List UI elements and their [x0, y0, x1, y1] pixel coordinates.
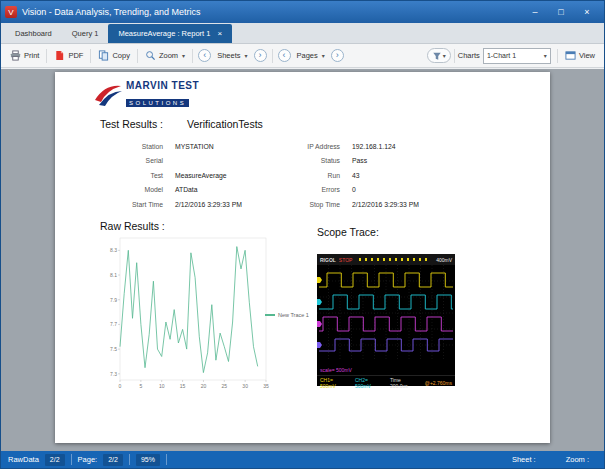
title-bar: V Vision - Data Analysis, Trending, and …	[1, 1, 604, 23]
charts-dropdown-value: 1-Chart 1	[487, 52, 516, 59]
scope-top-bar: RIGOL STOP 400mV	[317, 254, 455, 265]
svg-text:25: 25	[222, 383, 228, 389]
report-page: MARVIN TEST SOLUTIONS Test Results : Ver…	[55, 72, 550, 443]
statusbar-separator	[166, 454, 167, 465]
field-label: Run	[282, 169, 340, 183]
zoom-label: Zoom	[159, 51, 178, 60]
toolbar-separator	[557, 49, 558, 63]
scope-bottom-bar: CH1= 500mV CH2= 500mV Time 200.0us @+2.7…	[317, 375, 455, 390]
close-button[interactable]: ×	[574, 4, 600, 20]
maximize-button[interactable]: □	[548, 4, 574, 20]
scope-ch1-label: CH1= 500mV	[320, 377, 350, 389]
view-label: View	[579, 51, 595, 60]
tab-query-1-label: Query 1	[72, 29, 99, 38]
svg-text:0: 0	[119, 383, 122, 389]
field-value: MYSTATION	[175, 140, 270, 154]
chevron-down-icon: ▾	[544, 52, 547, 59]
sheets-prev-button[interactable]: ‹	[198, 49, 211, 62]
tab-bar: Dashboard Query 1 MeasureAverage : Repor…	[1, 23, 604, 44]
pages-menu-button[interactable]: Pages ▾	[293, 49, 329, 62]
scope-brand-label: RIGOL	[320, 257, 336, 263]
svg-text:8.3: 8.3	[110, 247, 117, 253]
svg-text:8.1: 8.1	[110, 272, 117, 278]
field-value: 2/12/2016 3:29:33 PM	[175, 198, 270, 212]
pages-prev-button[interactable]: ‹	[278, 49, 291, 62]
zoom-menu-button[interactable]: Zoom ▾	[141, 48, 189, 63]
field-value: 0	[352, 183, 530, 197]
field-label: IP Address	[282, 140, 340, 154]
scope-delay-label: @+2.760ms	[425, 380, 452, 386]
charts-label: Charts	[458, 51, 480, 60]
print-button[interactable]: Print	[6, 48, 43, 63]
toolbar-separator	[46, 49, 47, 63]
scope-memory-ticks	[359, 258, 429, 261]
statusbar-separator	[71, 454, 72, 465]
scope-trace-image: RIGOL STOP 400mV scale= 500mV CH1= 500mV…	[317, 254, 455, 386]
test-results-value: VerificationTests	[187, 118, 263, 130]
report-fields-table: Station MYSTATION IP Address 192.168.1.1…	[85, 140, 530, 212]
minimize-button[interactable]: –	[522, 4, 548, 20]
app-window: V Vision - Data Analysis, Trending, and …	[0, 0, 605, 469]
chevron-down-icon: ▾	[322, 52, 325, 59]
filter-menu-button[interactable]: ▾	[427, 48, 451, 63]
field-label: Station	[85, 140, 163, 154]
magnifier-icon	[145, 50, 156, 61]
scope-trigger-value: 400mV	[436, 257, 452, 263]
view-icon	[565, 50, 576, 61]
scope-status-label: STOP	[339, 257, 353, 263]
svg-text:20: 20	[201, 383, 207, 389]
field-value: 43	[352, 169, 530, 183]
scope-trace-heading: Scope Trace:	[317, 226, 379, 238]
field-value	[175, 154, 270, 168]
field-value: 192.168.1.124	[352, 140, 530, 154]
field-label: Model	[85, 183, 163, 197]
scope-aux-readout: scale= 500mV	[317, 365, 455, 375]
tab-query-1[interactable]: Query 1	[62, 24, 109, 43]
copy-button[interactable]: Copy	[94, 48, 134, 63]
svg-text:10: 10	[159, 383, 165, 389]
statusbar-sheet-label: Sheet :	[512, 455, 536, 464]
field-value: MeasureAverage	[175, 169, 270, 183]
statusbar-separator	[129, 454, 130, 465]
toolbar-separator	[272, 49, 273, 63]
raw-results-chart: 7.37.57.77.98.18.305101520253035	[100, 232, 276, 408]
raw-results-chart-svg: 7.37.57.77.98.18.305101520253035	[100, 232, 276, 408]
view-button[interactable]: View	[561, 48, 599, 63]
filter-icon	[432, 51, 442, 61]
tab-dashboard[interactable]: Dashboard	[5, 24, 62, 43]
pages-next-button[interactable]: ›	[331, 49, 344, 62]
toolbar-separator	[137, 49, 138, 63]
svg-text:30: 30	[242, 383, 248, 389]
sheets-label: Sheets	[217, 51, 240, 60]
field-value: Pass	[352, 154, 530, 168]
field-label: Status	[282, 154, 340, 168]
pdf-button[interactable]: PDF	[50, 48, 87, 63]
scope-waveform-svg	[317, 265, 455, 361]
statusbar-page-value: 2/2	[103, 454, 123, 466]
chevron-down-icon: ▾	[244, 52, 247, 59]
statusbar-zoom-value: 95%	[136, 454, 160, 466]
statusbar-page-label: Page:	[78, 455, 98, 464]
svg-text:5: 5	[139, 383, 142, 389]
statusbar-rawdata-label: RawData	[8, 455, 39, 464]
status-bar: RawData 2/2 Page: 2/2 95% Sheet : Zoom :	[1, 451, 604, 468]
tab-report-1[interactable]: MeasureAverage : Report 1 ×	[108, 24, 232, 43]
sheets-next-button[interactable]: ›	[254, 49, 267, 62]
copy-label: Copy	[112, 51, 130, 60]
chart-legend-swatch	[265, 314, 275, 316]
field-label: Test	[85, 169, 163, 183]
report-viewport: MARVIN TEST SOLUTIONS Test Results : Ver…	[1, 69, 604, 451]
print-label: Print	[24, 51, 39, 60]
scope-ch2-label: CH2= 500mV	[355, 377, 385, 389]
field-label: Stop Time	[282, 198, 340, 212]
svg-text:7.9: 7.9	[110, 297, 117, 303]
window-title: Vision - Data Analysis, Trending, and Me…	[22, 7, 522, 17]
toolbar-separator	[90, 49, 91, 63]
charts-dropdown[interactable]: 1-Chart 1 ▾	[483, 48, 551, 64]
sheets-menu-button[interactable]: Sheets ▾	[213, 49, 251, 62]
tab-close-icon[interactable]: ×	[217, 30, 222, 38]
field-value: 2/12/2016 3:29:33 PM	[352, 198, 530, 212]
field-label: Errors	[282, 183, 340, 197]
logo-line1: MARVIN TEST	[126, 80, 199, 91]
toolbar: Print PDF Copy Zoom ▾ ‹ Sheets ▾ › ‹ Pag…	[1, 44, 604, 68]
